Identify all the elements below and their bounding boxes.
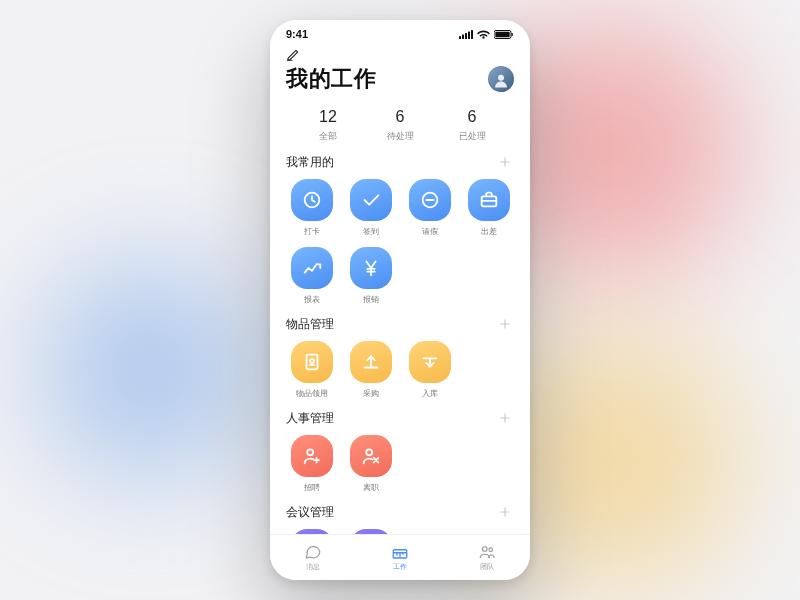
app-yen[interactable]: 报销 [345, 247, 396, 305]
avatar[interactable] [488, 66, 514, 92]
chart-icon [291, 247, 333, 289]
app-label: 入库 [422, 388, 438, 399]
check-icon [350, 179, 392, 221]
app-inbox[interactable]: 入库 [404, 341, 455, 399]
stats-row: 12 全部 6 待处理 6 已处理 [292, 108, 508, 143]
app-label: 请假 [422, 226, 438, 237]
tab-work[interactable]: 工作 [357, 535, 444, 580]
app-label: 离职 [363, 482, 379, 493]
section-1: 物品管理物品领用采购入库 [286, 315, 514, 399]
page-title: 我的工作 [286, 64, 376, 94]
svg-point-8 [498, 74, 504, 80]
app-chart[interactable]: 报表 [286, 247, 337, 305]
userplus-icon [291, 435, 333, 477]
app-label: 出差 [481, 226, 497, 237]
svg-rect-12 [306, 355, 317, 370]
section-3: 会议管理视频会议电话会议 [286, 503, 514, 534]
section-2: 人事管理招聘离职 [286, 409, 514, 493]
app-clock[interactable]: 打卡 [286, 179, 337, 237]
app-label: 签到 [363, 226, 379, 237]
app-upload[interactable]: 采购 [345, 341, 396, 399]
brief-icon [468, 179, 510, 221]
app-receipt[interactable]: 物品领用 [286, 341, 337, 399]
section-title: 我常用的 [286, 154, 334, 171]
app-label: 招聘 [304, 482, 320, 493]
section-add-button[interactable] [496, 315, 514, 333]
yen-icon [350, 247, 392, 289]
section-add-button[interactable] [496, 153, 514, 171]
stat-all[interactable]: 12 全部 [292, 108, 364, 143]
userminus-icon [350, 435, 392, 477]
app-nope[interactable]: 请假 [404, 179, 455, 237]
svg-rect-4 [471, 30, 473, 39]
edit-icon[interactable] [286, 48, 514, 62]
app-label: 物品领用 [296, 388, 328, 399]
svg-point-14 [307, 449, 313, 455]
tab-team[interactable]: 团队 [443, 535, 530, 580]
section-title: 物品管理 [286, 316, 334, 333]
app-brief[interactable]: 出差 [463, 179, 514, 237]
tab-messages[interactable]: 消息 [270, 535, 357, 580]
wifi-icon [477, 30, 490, 39]
status-bar: 9:41 [270, 20, 530, 42]
svg-rect-2 [465, 33, 467, 39]
svg-point-19 [489, 548, 493, 552]
svg-point-18 [482, 547, 487, 552]
section-0: 我常用的打卡签到请假出差报表报销 [286, 153, 514, 305]
svg-rect-1 [462, 34, 464, 39]
phone-frame: 9:41 我的工作 12 全部 [270, 20, 530, 580]
app-check[interactable]: 签到 [345, 179, 396, 237]
status-indicators [459, 30, 514, 39]
stat-done[interactable]: 6 已处理 [436, 108, 508, 143]
section-add-button[interactable] [496, 409, 514, 427]
signal-icon [459, 30, 473, 39]
svg-rect-7 [512, 33, 513, 36]
app-label: 报表 [304, 294, 320, 305]
svg-rect-3 [468, 31, 470, 39]
app-label: 打卡 [304, 226, 320, 237]
clock-icon [291, 179, 333, 221]
stat-pending[interactable]: 6 待处理 [364, 108, 436, 143]
status-time: 9:41 [286, 28, 308, 40]
upload-icon [350, 341, 392, 383]
app-userplus[interactable]: 招聘 [286, 435, 337, 493]
svg-rect-0 [459, 36, 461, 39]
svg-point-13 [309, 359, 313, 363]
inbox-icon [409, 341, 451, 383]
receipt-icon [291, 341, 333, 383]
section-title: 会议管理 [286, 504, 334, 521]
battery-icon [494, 30, 514, 39]
scroll-content[interactable]: 我的工作 12 全部 6 待处理 6 已处理 我常用的打卡签到请假出差报表报销物… [270, 42, 530, 534]
svg-rect-6 [495, 31, 509, 36]
section-title: 人事管理 [286, 410, 334, 427]
app-label: 报销 [363, 294, 379, 305]
tab-bar: 消息 工作 团队 [270, 534, 530, 580]
svg-point-15 [366, 449, 372, 455]
nope-icon [409, 179, 451, 221]
app-label: 采购 [363, 388, 379, 399]
app-userminus[interactable]: 离职 [345, 435, 396, 493]
section-add-button[interactable] [496, 503, 514, 521]
